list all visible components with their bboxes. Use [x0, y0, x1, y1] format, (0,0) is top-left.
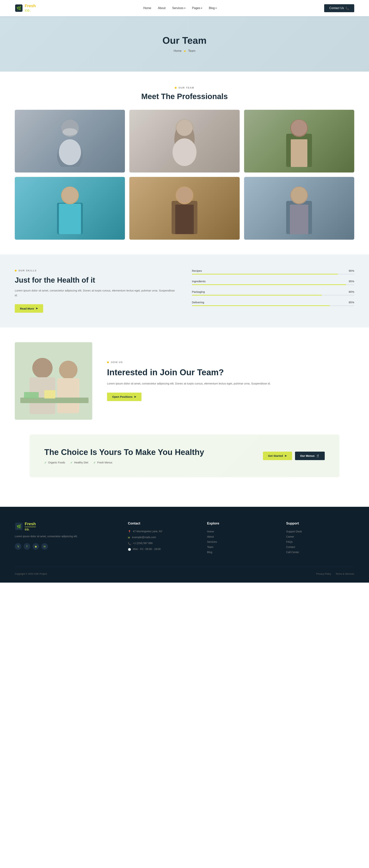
chevron-down-icon: ▾: [201, 7, 202, 9]
social-twitter-button[interactable]: 𝕏: [15, 543, 22, 550]
join-label: JOIN US: [107, 361, 354, 364]
label-dot: [15, 270, 17, 272]
skill-bar-fill-delivering: [192, 305, 330, 306]
skill-item-delivering: Delivering 85%: [192, 301, 354, 306]
cta-buttons: Get Started ➤ Our Menus 🍴: [263, 452, 325, 460]
cta-title: The Choice Is Yours To Make You Healthy: [44, 447, 263, 457]
team-section-label: OUR TEAM: [15, 86, 354, 89]
skill-item-recipes: Recipes 90%: [192, 269, 354, 275]
svg-rect-12: [291, 139, 307, 167]
skill-bar-bg-delivering: [192, 305, 354, 306]
svg-point-30: [59, 361, 78, 379]
our-menus-button[interactable]: Our Menus 🍴: [295, 452, 325, 460]
footer-brand-column: 🌿 Fresh co. Lorem ipsum dolor sit amet, …: [15, 522, 117, 556]
svg-point-14: [291, 120, 307, 136]
terms-services-link[interactable]: Terms & Services: [336, 572, 354, 575]
cta-section: The Choice Is Yours To Make You Healthy …: [30, 434, 339, 477]
team-card-1: [15, 110, 125, 173]
person-silhouette-4: [52, 182, 88, 234]
join-description: Lorem ipsum dolor sit amet, consectetur …: [107, 381, 354, 386]
open-positions-button[interactable]: Open Positions ➤: [107, 393, 142, 401]
nav-dropdown-pages[interactable]: Pages ▾: [192, 6, 202, 10]
skill-label-packaging: Packaging: [192, 290, 205, 293]
person-silhouette-3: [281, 115, 317, 167]
breadcrumb-separator: ●: [184, 49, 186, 53]
footer-contact-column: Contact 📍 47 Morningview Lane, NY ✉ exam…: [128, 522, 196, 556]
skill-header-delivering: Delivering 85%: [192, 301, 354, 304]
svg-rect-31: [57, 378, 79, 413]
team-member-image-1: [15, 110, 125, 173]
arrow-icon: ➤: [284, 454, 287, 458]
footer-link-contact[interactable]: Contact: [286, 545, 354, 549]
team-member-image-3: [244, 110, 354, 173]
footer-link-about[interactable]: About: [207, 535, 275, 538]
footer-email: ✉ example@mails.com: [128, 536, 196, 539]
social-instagram-button[interactable]: ◉: [32, 543, 39, 550]
svg-rect-20: [175, 205, 194, 234]
svg-rect-16: [59, 204, 81, 234]
social-linkedin-button[interactable]: in: [41, 543, 48, 550]
skill-header-packaging: Packaging 80%: [192, 290, 354, 293]
footer-link-faqs[interactable]: FAQs: [286, 540, 354, 544]
footer-link-support-desk[interactable]: Support Desk: [286, 530, 354, 533]
logo-text: Fresh co.: [25, 4, 36, 12]
svg-point-4: [59, 139, 81, 165]
team-card-3: [244, 110, 354, 173]
join-image: [15, 342, 92, 420]
get-started-button[interactable]: Get Started ➤: [263, 452, 292, 460]
team-grid: [15, 110, 354, 240]
team-section: OUR TEAM Meet The Professionals: [0, 71, 369, 254]
logo-icon: 🌿: [15, 4, 23, 12]
cta-check-organic: ✓ Organic Foods: [44, 461, 65, 464]
skill-item-packaging: Packaging 80%: [192, 290, 354, 296]
skills-description: Lorem ipsum dolor sit amet, consectetur …: [15, 288, 177, 298]
skills-section-label: OUR SKILLS: [15, 269, 177, 272]
team-card-5: [129, 177, 240, 240]
skill-label-recipes: Recipes: [192, 269, 202, 272]
svg-point-26: [291, 187, 307, 203]
team-card-2: [129, 110, 240, 173]
svg-rect-24: [290, 205, 308, 234]
fork-icon: 🍴: [316, 454, 319, 458]
label-dot: [107, 362, 109, 363]
footer-explore-title: Explore: [207, 522, 275, 525]
footer-link-career[interactable]: Career: [286, 535, 354, 538]
read-more-button[interactable]: Read More ➤: [15, 304, 43, 313]
email-icon: ✉: [128, 536, 130, 539]
svg-text:🌿: 🌿: [17, 524, 21, 529]
phone-icon: 📞: [345, 6, 349, 10]
footer-link-blog[interactable]: Blog: [207, 551, 275, 554]
footer-brand-description: Lorem ipsum dolor sit amet, consectetur …: [15, 534, 117, 539]
footer-link-home[interactable]: Home: [207, 530, 275, 533]
footer-explore-links: Home About Services Team Blog: [207, 530, 275, 554]
svg-point-28: [32, 358, 53, 378]
hero-banner: Our Team Home ● Team: [0, 16, 369, 71]
skill-header-recipes: Recipes 90%: [192, 269, 354, 272]
nav-link-home[interactable]: Home: [143, 6, 151, 10]
footer-support-links: Support Desk Career FAQs Contact Call Ce…: [286, 530, 354, 554]
footer-link-team[interactable]: Team: [207, 545, 275, 549]
nav-dropdown-services[interactable]: Services ▾: [172, 6, 185, 10]
footer-link-call-center[interactable]: Call Center: [286, 551, 354, 554]
logo[interactable]: 🌿 Fresh co.: [15, 4, 36, 12]
skill-bar-fill-recipes: [192, 274, 338, 275]
skill-bar-fill-ingredients: [192, 284, 346, 285]
team-member-image-4: [15, 177, 125, 240]
skill-percent-packaging: 80%: [349, 290, 354, 293]
nav-dropdown-blog[interactable]: Blog ▾: [209, 6, 217, 10]
footer-link-services[interactable]: Services: [207, 540, 275, 544]
skills-right-column: Recipes 90% Ingredients 95% Packaging 80…: [192, 269, 354, 311]
social-facebook-button[interactable]: f: [24, 543, 30, 550]
join-content: JOIN US Interested in Join Our Team? Lor…: [107, 361, 354, 401]
footer-bottom-links: Privacy Policy Terms & Services: [316, 572, 354, 575]
svg-rect-34: [44, 390, 55, 399]
contact-us-button[interactable]: Contact Us 📞: [324, 4, 354, 12]
footer: 🌿 Fresh co. Lorem ipsum dolor sit amet, …: [0, 507, 369, 583]
skills-left-column: OUR SKILLS Just for the Health of it Lor…: [15, 269, 177, 313]
privacy-policy-link[interactable]: Privacy Policy: [316, 572, 331, 575]
footer-support-title: Support: [286, 522, 354, 525]
team-member-image-6: [244, 177, 354, 240]
nav-link-about[interactable]: About: [158, 6, 165, 10]
skill-label-delivering: Delivering: [192, 301, 204, 304]
chevron-down-icon: ▾: [215, 7, 217, 9]
